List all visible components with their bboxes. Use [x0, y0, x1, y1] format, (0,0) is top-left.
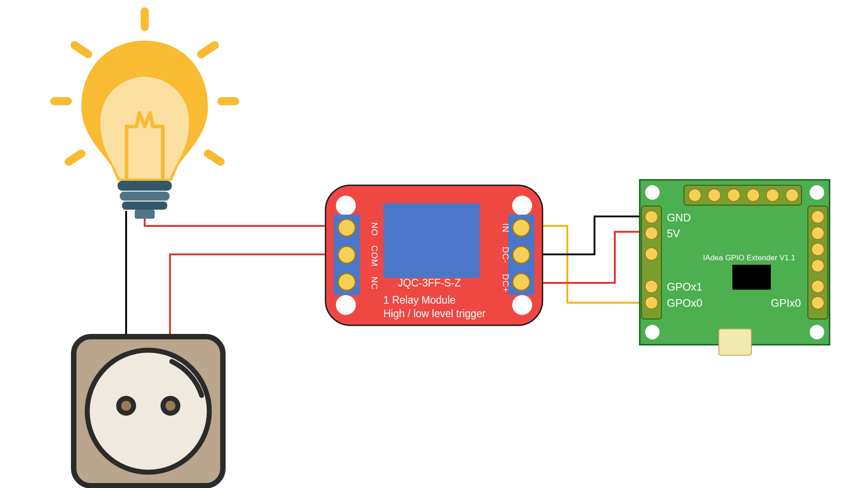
relay-pin-com: COM	[370, 245, 379, 267]
svg-point-24	[338, 219, 355, 236]
svg-line-6	[69, 154, 81, 162]
svg-line-1	[201, 45, 215, 54]
svg-point-39	[727, 189, 740, 202]
relay-pin-dcp: DC+	[501, 274, 510, 293]
relay-title-1: 1 Relay Module	[383, 294, 456, 306]
gpio-right-terminals	[808, 206, 828, 319]
svg-point-32	[645, 185, 660, 200]
svg-rect-7	[118, 181, 172, 191]
svg-line-3	[208, 154, 221, 162]
gpio-left-terminals	[642, 206, 661, 319]
svg-point-26	[338, 273, 355, 291]
svg-point-29	[513, 246, 530, 263]
gpio-label-gpix0: GPIx0	[771, 297, 801, 309]
gpio-extender-board: GND 5V GPOx1 GPOx0 GPIx0 IAdea GPIO Exte…	[640, 180, 830, 355]
relay-pin-in: IN	[501, 223, 510, 233]
relay-pin-nc: NC	[370, 277, 379, 290]
svg-point-12	[87, 350, 209, 472]
svg-point-21	[512, 295, 532, 315]
svg-line-4	[75, 45, 88, 54]
svg-point-51	[811, 227, 824, 239]
svg-point-16	[165, 401, 175, 411]
wiring-diagram: JQC-3FF-S-Z 1 Relay Module High / low le…	[0, 0, 868, 488]
svg-point-25	[338, 246, 355, 263]
relay-pin-no: NO	[370, 222, 379, 236]
svg-point-30	[513, 273, 530, 291]
svg-point-37	[689, 189, 701, 202]
gpio-label-gpox0: GPOx0	[667, 297, 703, 309]
svg-rect-57	[719, 329, 751, 355]
gpio-label-gpox1: GPOx1	[667, 281, 703, 293]
light-bulb-icon	[54, 11, 235, 219]
svg-point-45	[645, 227, 658, 239]
gpio-top-terminals	[684, 185, 802, 205]
svg-rect-8	[120, 192, 170, 201]
svg-rect-9	[122, 202, 167, 210]
wire-red-bulb-to-relay-no	[145, 211, 341, 226]
svg-point-48	[645, 296, 658, 309]
svg-point-41	[766, 189, 779, 202]
relay-title-2: High / low level trigger	[383, 308, 486, 319]
gpio-board-title: IAdea GPIO Extender V1.1	[703, 253, 795, 262]
svg-point-35	[810, 325, 824, 339]
relay-chip-label: JQC-3FF-S-Z	[398, 277, 461, 289]
gpio-label-gnd: GND	[667, 211, 691, 224]
svg-rect-56	[732, 265, 771, 290]
svg-point-44	[645, 211, 658, 223]
svg-point-38	[708, 189, 721, 202]
svg-point-52	[811, 243, 824, 256]
svg-point-55	[811, 296, 824, 309]
svg-point-18	[336, 196, 356, 216]
relay-module: JQC-3FF-S-Z 1 Relay Module High / low le…	[326, 185, 542, 325]
svg-point-14	[121, 401, 131, 411]
relay-left-terminal-block: NO COM NC	[334, 215, 379, 295]
svg-point-34	[645, 325, 660, 339]
svg-point-46	[645, 248, 658, 260]
svg-rect-22	[383, 203, 480, 278]
svg-point-54	[811, 280, 824, 293]
svg-point-40	[747, 189, 760, 202]
relay-right-terminal-block: IN DC- DC+	[501, 215, 534, 295]
svg-point-19	[512, 196, 532, 216]
gpio-label-5v: 5V	[667, 227, 680, 239]
svg-rect-10	[135, 210, 155, 219]
svg-point-47	[645, 280, 658, 293]
svg-point-50	[811, 211, 824, 223]
svg-point-42	[786, 189, 798, 202]
relay-pin-dcm: DC-	[501, 247, 510, 263]
svg-point-33	[810, 185, 824, 200]
power-socket-icon	[74, 337, 223, 486]
svg-point-53	[811, 259, 824, 272]
svg-point-20	[336, 295, 356, 315]
svg-point-28	[513, 219, 530, 236]
